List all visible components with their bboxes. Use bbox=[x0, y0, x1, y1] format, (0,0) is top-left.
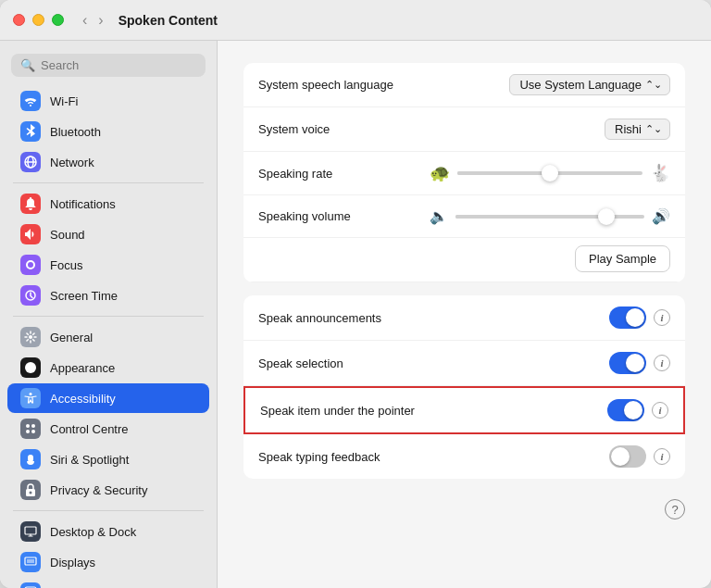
search-bar[interactable]: 🔍 bbox=[11, 54, 206, 77]
sidebar-item-displays[interactable]: Displays bbox=[7, 547, 209, 577]
speak-announcements-control: i bbox=[609, 307, 670, 329]
network-icon bbox=[20, 152, 41, 172]
svg-rect-13 bbox=[25, 527, 36, 534]
sidebar-item-notifications[interactable]: Notifications bbox=[7, 189, 209, 219]
system-voice-row: System voice Rishi ⌃⌄ bbox=[243, 107, 685, 152]
sidebar-item-label-focus: Focus bbox=[50, 258, 82, 272]
wifi-icon bbox=[20, 91, 41, 111]
speak-announcements-info-button[interactable]: i bbox=[654, 309, 670, 326]
speaking-volume-low-icon: 🔈 bbox=[430, 207, 448, 225]
screentime-icon bbox=[20, 285, 41, 306]
speak-item-under-pointer-control: i bbox=[607, 399, 668, 421]
sidebar-item-network[interactable]: Network bbox=[7, 147, 209, 177]
sidebar-item-label-sound: Sound bbox=[50, 228, 85, 242]
sidebar: 🔍 Wi-Fi Bluetooth Network bbox=[0, 41, 218, 588]
dropdown-chevron-icon: ⌃⌄ bbox=[645, 79, 662, 91]
search-icon: 🔍 bbox=[20, 58, 35, 72]
play-sample-button[interactable]: Play Sample bbox=[575, 245, 670, 272]
sidebar-item-wallpaper[interactable]: Wallpaper bbox=[7, 578, 209, 588]
bluetooth-icon bbox=[20, 121, 41, 142]
system-voice-dropdown[interactable]: Rishi ⌃⌄ bbox=[605, 119, 670, 140]
maximize-button[interactable] bbox=[52, 14, 64, 26]
traffic-lights bbox=[13, 14, 64, 26]
speak-announcements-toggle[interactable] bbox=[609, 307, 646, 329]
svg-point-6 bbox=[30, 393, 32, 395]
speaking-rate-thumb[interactable] bbox=[542, 165, 558, 181]
speak-announcements-thumb bbox=[626, 308, 644, 327]
sidebar-item-siri[interactable]: Siri & Spotlight bbox=[7, 444, 209, 474]
sidebar-item-controlcentre[interactable]: Control Centre bbox=[7, 414, 209, 444]
sidebar-item-label-appearance: Appearance bbox=[50, 361, 115, 375]
speak-selection-info-button[interactable]: i bbox=[654, 355, 670, 371]
system-preferences-window: ‹ › Spoken Content 🔍 Wi-Fi Bluetooth bbox=[0, 0, 711, 588]
back-button[interactable]: ‹ bbox=[79, 10, 91, 31]
system-speech-language-control: Use System Language ⌃⌄ bbox=[509, 74, 670, 95]
speak-selection-toggle[interactable] bbox=[609, 352, 646, 374]
speak-selection-thumb bbox=[626, 354, 644, 372]
window-title: Spoken Content bbox=[118, 13, 218, 28]
speaking-volume-high-icon: 🔊 bbox=[652, 207, 670, 225]
speaking-rate-slider-container: 🐢 🐇 bbox=[430, 163, 670, 183]
speaking-volume-track[interactable] bbox=[455, 215, 644, 219]
svg-point-9 bbox=[26, 430, 30, 433]
speaking-rate-label: Speaking rate bbox=[258, 167, 332, 181]
voice-dropdown-chevron-icon: ⌃⌄ bbox=[645, 123, 662, 135]
sidebar-item-label-siri: Siri & Spotlight bbox=[50, 453, 129, 467]
svg-point-8 bbox=[31, 424, 35, 428]
speak-typing-feedback-info-button[interactable]: i bbox=[654, 448, 670, 465]
help-button[interactable]: ? bbox=[665, 499, 685, 519]
siri-icon bbox=[20, 449, 41, 469]
speak-typing-feedback-toggle[interactable] bbox=[609, 445, 646, 468]
sidebar-item-screentime[interactable]: Screen Time bbox=[7, 281, 209, 310]
forward-button[interactable]: › bbox=[94, 10, 106, 31]
sidebar-item-accessibility[interactable]: Accessibility bbox=[7, 383, 209, 413]
svg-point-7 bbox=[26, 424, 30, 428]
svg-point-10 bbox=[31, 430, 35, 433]
speaking-volume-slider-container: 🔈 🔊 bbox=[430, 207, 670, 225]
sidebar-item-label-general: General bbox=[50, 331, 93, 344]
help-area: ? bbox=[243, 492, 685, 519]
speak-selection-control: i bbox=[609, 352, 670, 374]
accessibility-icon bbox=[20, 388, 41, 408]
system-speech-language-dropdown[interactable]: Use System Language ⌃⌄ bbox=[509, 74, 670, 95]
speaking-rate-fast-icon: 🐇 bbox=[650, 163, 670, 183]
controlcentre-icon bbox=[20, 419, 41, 439]
speaking-rate-slow-icon: 🐢 bbox=[430, 163, 450, 183]
minimize-button[interactable] bbox=[32, 14, 44, 26]
speaking-rate-track[interactable] bbox=[457, 171, 642, 175]
sidebar-item-label-bluetooth: Bluetooth bbox=[50, 125, 101, 139]
close-button[interactable] bbox=[13, 14, 25, 26]
speaking-rate-row: Speaking rate 🐢 🐇 bbox=[243, 152, 685, 195]
play-sample-row: Play Sample bbox=[243, 238, 685, 282]
sidebar-divider-1 bbox=[13, 182, 204, 183]
speak-item-under-pointer-info-button[interactable]: i bbox=[652, 402, 668, 419]
speak-item-under-pointer-row: Speak item under the pointer i bbox=[243, 386, 685, 434]
sidebar-item-wifi[interactable]: Wi-Fi bbox=[7, 86, 209, 116]
speak-typing-feedback-control: i bbox=[609, 445, 670, 468]
speak-selection-row: Speak selection i bbox=[243, 341, 685, 386]
sidebar-item-desktop[interactable]: Desktop & Dock bbox=[7, 517, 209, 546]
search-input[interactable] bbox=[41, 58, 196, 72]
speaking-volume-fill bbox=[455, 215, 606, 219]
speak-item-under-pointer-label: Speak item under the pointer bbox=[260, 404, 415, 418]
speaking-volume-thumb[interactable] bbox=[598, 208, 615, 225]
speaking-volume-label: Speaking volume bbox=[258, 209, 351, 223]
sidebar-item-focus[interactable]: Focus bbox=[7, 250, 209, 280]
wallpaper-icon bbox=[20, 582, 41, 588]
sidebar-item-appearance[interactable]: Appearance bbox=[7, 353, 209, 382]
focus-icon bbox=[20, 255, 41, 275]
svg-point-12 bbox=[30, 492, 32, 494]
speaking-rate-fill bbox=[457, 171, 550, 175]
sidebar-item-sound[interactable]: Sound bbox=[7, 219, 209, 249]
sidebar-item-label-accessibility: Accessibility bbox=[50, 392, 116, 406]
speak-item-under-pointer-toggle[interactable] bbox=[607, 399, 644, 421]
speaking-volume-row: Speaking volume 🔈 🔊 bbox=[243, 195, 685, 238]
privacy-icon bbox=[20, 480, 41, 500]
displays-icon bbox=[20, 552, 41, 572]
system-voice-control: Rishi ⌃⌄ bbox=[605, 119, 670, 140]
sidebar-item-general[interactable]: General bbox=[7, 322, 209, 352]
nav-arrows: ‹ › bbox=[79, 10, 107, 31]
sidebar-item-bluetooth[interactable]: Bluetooth bbox=[7, 117, 209, 146]
system-speech-language-label: System speech language bbox=[258, 78, 393, 92]
sidebar-item-privacy[interactable]: Privacy & Security bbox=[7, 475, 209, 505]
